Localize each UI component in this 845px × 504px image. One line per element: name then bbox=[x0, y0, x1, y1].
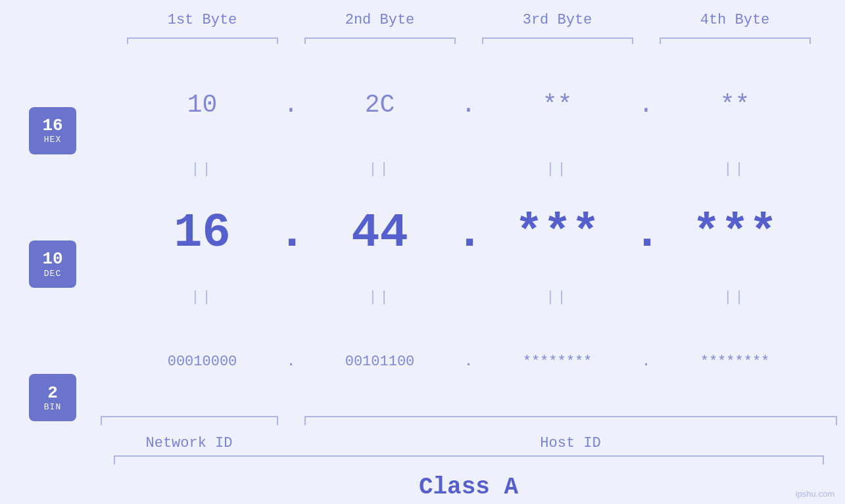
bin-val-1: 00010000 bbox=[127, 354, 278, 370]
eq-2-3: || bbox=[482, 289, 633, 306]
dec-val-3: *** bbox=[482, 206, 633, 260]
bin-row: 00010000 . 00101100 . ******** . *******… bbox=[92, 308, 845, 416]
hex-row: 10 . 2C . ** . ** bbox=[92, 51, 845, 159]
dec-val-4: *** bbox=[660, 206, 811, 260]
content-area: 16 HEX 10 DEC 2 BIN 10 . 2C . ** . ** bbox=[0, 51, 845, 504]
hex-val-4: ** bbox=[660, 91, 811, 119]
dec-row: 16 . 44 . *** . *** bbox=[92, 179, 845, 287]
eq-2-4: || bbox=[660, 289, 811, 306]
eq-2-1: || bbox=[127, 289, 278, 306]
dec-val-1: 16 bbox=[127, 206, 278, 260]
bin-badge-num: 2 bbox=[47, 384, 58, 403]
bin-dot-2: . bbox=[456, 354, 482, 370]
dec-dot-3: . bbox=[633, 206, 660, 260]
eq-2-2: || bbox=[304, 289, 456, 306]
bin-bracket-row bbox=[92, 416, 845, 429]
badges-column: 16 HEX 10 DEC 2 BIN bbox=[0, 51, 92, 504]
hex-badge-label: HEX bbox=[44, 135, 61, 145]
network-id-label: Network ID bbox=[101, 435, 278, 451]
eq-1-4: || bbox=[660, 161, 811, 177]
bracket-2 bbox=[291, 32, 469, 44]
bin-val-2: 00101100 bbox=[304, 354, 456, 370]
data-grid: 10 . 2C . ** . ** || || || || 16 bbox=[92, 51, 845, 504]
bin-dot-1: . bbox=[278, 354, 304, 370]
bracket-1 bbox=[114, 32, 291, 44]
bin-val-4: ******** bbox=[660, 354, 811, 370]
watermark: ipshu.com bbox=[796, 489, 834, 499]
class-row: Class A bbox=[92, 471, 845, 504]
full-bracket-row bbox=[92, 455, 845, 469]
bracket-3 bbox=[469, 32, 646, 44]
eq-1-1: || bbox=[127, 161, 278, 177]
byte-headers: 1st Byte 2nd Byte 3rd Byte 4th Byte bbox=[0, 0, 845, 28]
bracket-4 bbox=[646, 32, 824, 44]
dec-badge: 10 DEC bbox=[29, 241, 76, 288]
header-brackets bbox=[0, 32, 845, 44]
hex-val-1: 10 bbox=[127, 91, 278, 119]
byte-header-2: 2nd Byte bbox=[291, 12, 469, 28]
id-labels-row: Network ID Host ID bbox=[92, 432, 845, 455]
bin-badge-label: BIN bbox=[44, 402, 61, 412]
eq-1-2: || bbox=[304, 161, 456, 177]
hex-dot-2: . bbox=[456, 91, 482, 119]
byte-header-1: 1st Byte bbox=[114, 12, 291, 28]
dec-badge-num: 10 bbox=[42, 250, 62, 269]
byte-header-4: 4th Byte bbox=[646, 12, 824, 28]
dec-val-2: 44 bbox=[304, 206, 456, 260]
dec-badge-label: DEC bbox=[44, 269, 61, 279]
hex-dot-1: . bbox=[278, 91, 304, 119]
bin-badge: 2 BIN bbox=[29, 374, 76, 421]
bin-val-3: ******** bbox=[482, 354, 633, 370]
equals-row-2: || || || || bbox=[92, 288, 845, 308]
full-bracket bbox=[114, 455, 824, 465]
hex-dot-3: . bbox=[633, 91, 660, 119]
dec-dot-1: . bbox=[278, 206, 304, 260]
dec-dot-2: . bbox=[456, 206, 482, 260]
hex-val-2: 2C bbox=[304, 91, 456, 119]
byte-header-3: 3rd Byte bbox=[469, 12, 646, 28]
main-container: 1st Byte 2nd Byte 3rd Byte 4th Byte 16 H… bbox=[0, 0, 845, 504]
hex-badge: 16 HEX bbox=[29, 107, 76, 154]
host-id-label: Host ID bbox=[304, 435, 837, 451]
hex-badge-num: 16 bbox=[42, 116, 62, 135]
network-bracket bbox=[101, 416, 278, 425]
hex-val-3: ** bbox=[482, 91, 633, 119]
eq-1-3: || bbox=[482, 161, 633, 177]
equals-row-1: || || || || bbox=[92, 159, 845, 179]
bin-dot-3: . bbox=[633, 354, 660, 370]
host-bracket bbox=[304, 416, 837, 425]
class-label: Class A bbox=[419, 474, 518, 501]
